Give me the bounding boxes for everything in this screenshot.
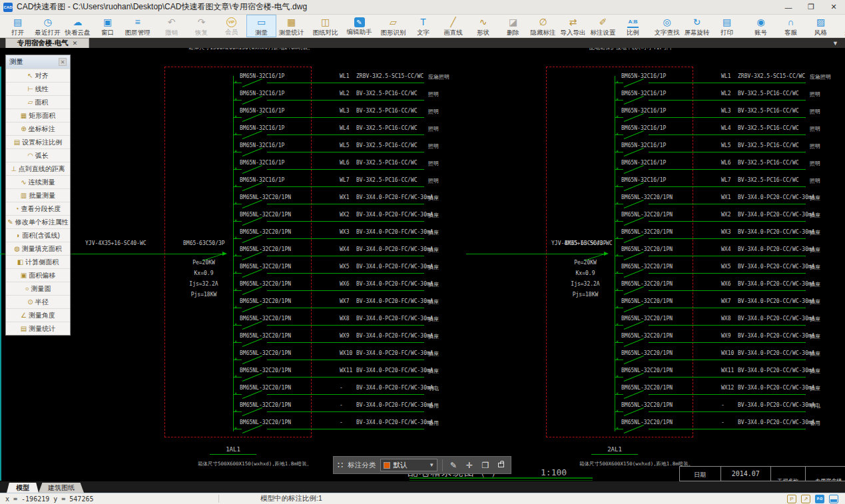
toolbar-button-cloud[interactable]: ☁快看云盘 xyxy=(63,15,93,37)
measure-item-linear-measure[interactable]: ⊢线性 xyxy=(6,82,70,95)
toolbar-button-account[interactable]: ◉账号 xyxy=(746,15,776,37)
restore-button[interactable]: ❐ xyxy=(800,0,822,15)
switch-x-mark: × xyxy=(234,391,237,396)
toolbar-button-annotation-settings[interactable]: ✐标注设置 xyxy=(588,15,618,37)
measure-item-annotation-scale[interactable]: ▤设置标注比例 xyxy=(6,135,70,148)
toolbar-button-label: 快看云盘 xyxy=(65,29,91,37)
chevron-down-icon[interactable]: ▼ xyxy=(832,40,838,47)
area-icon: ▱ xyxy=(28,99,33,106)
annotation-class-dropdown[interactable]: 默认 ▼ xyxy=(380,459,437,471)
pdf-tool-icon[interactable]: P xyxy=(787,495,796,503)
measure-button[interactable]: ▭测量 xyxy=(246,15,276,37)
toolbar-button-text[interactable]: T文字 xyxy=(408,15,438,37)
measure-item-side-area[interactable]: ◧计算侧面积 xyxy=(6,255,70,268)
toolbar-button-recent-clock[interactable]: ◷最近打开 xyxy=(33,15,63,37)
measure-panel-header[interactable]: 测量 ✕ xyxy=(6,55,70,69)
row-load-label: 照明 xyxy=(810,177,820,184)
row-circuit-id: WX10 xyxy=(340,350,352,356)
toolbar-button-print[interactable]: ▤打印 xyxy=(712,15,742,37)
document-tab[interactable]: 专用宿舍楼-电气 ✕ xyxy=(5,38,89,48)
switch-x-mark: × xyxy=(616,356,619,362)
toolbar-button-about[interactable]: ⓘ关于 xyxy=(836,15,845,37)
tab-close-icon[interactable]: ✕ xyxy=(73,40,78,47)
measure-item-rect-area[interactable]: ▦矩形面积 xyxy=(6,109,70,122)
switch-x-mark: × xyxy=(616,166,619,171)
row-load-label: 备用 xyxy=(428,419,439,427)
row-load-label: 插座 xyxy=(810,212,820,219)
pd-convert-icon[interactable]: P-D xyxy=(815,495,824,503)
toolbar-button-hide-annotation[interactable]: ∅隐藏标注 xyxy=(528,15,558,37)
copy-annotation-icon[interactable]: ❐ xyxy=(479,461,491,470)
row-load-label: 照明 xyxy=(810,108,820,115)
area-with-arc-icon: ◗ xyxy=(16,232,20,239)
measure-item-coordinate-annotation[interactable]: ⊕坐标标注 xyxy=(6,122,70,135)
toolbar-button-draw-line[interactable]: ╱画直线 xyxy=(438,15,468,37)
toolbar-button-open-folder[interactable]: ▤打开 xyxy=(3,15,33,37)
toolbar-button-shapes[interactable]: ∿形状 xyxy=(468,15,498,37)
close-icon[interactable]: ✕ xyxy=(59,58,67,66)
toolbar-button-scale[interactable]: A:B比例 xyxy=(618,15,648,37)
toolbar-button-redo[interactable]: ↷恢复 xyxy=(186,15,216,37)
lock-annotation-icon[interactable] xyxy=(498,463,504,467)
measure-item-continuous-measure[interactable]: ∿连续测量 xyxy=(6,175,70,188)
measure-item-align-measure[interactable]: ↖对齐 xyxy=(6,69,70,82)
toolbar-button-import-export[interactable]: ⇄导入导出 xyxy=(558,15,588,37)
measure-item-fill-area[interactable]: ◍测量填充面积 xyxy=(6,242,70,255)
switch-x-mark: × xyxy=(616,304,619,310)
breaker-param: Ijs=32.2A xyxy=(168,279,240,290)
toolbar-button-style[interactable]: ▨风格 xyxy=(806,15,836,37)
measure-item-edit-annotation[interactable]: ✎修改单个标注属性 xyxy=(6,215,70,228)
close-button[interactable]: ✕ xyxy=(822,0,845,15)
scale-icon: A:B xyxy=(627,17,638,28)
toolbar-button-window[interactable]: ▣窗口 xyxy=(93,15,123,37)
toolbar-button-undo[interactable]: ↶撤销 xyxy=(156,15,186,37)
toolbar-button-support-headset[interactable]: ∩客服 xyxy=(776,15,806,37)
grid-icon[interactable]: ∷ xyxy=(338,460,343,470)
switch-x-mark: × xyxy=(616,183,619,188)
measure-item-point-to-line[interactable]: ⊥点到直线的距离 xyxy=(6,162,70,175)
title-block-table: 日期 2014.07 工程名称 专用宿舍楼 xyxy=(679,466,845,481)
row-breaker-label: BM65NL-32C20/1PN xyxy=(240,419,291,425)
measure-item-batch-measure[interactable]: ▥批量测量 xyxy=(6,188,70,202)
radius-icon: ⊙ xyxy=(27,298,33,306)
measure-item-area-offset[interactable]: ▣面积偏移 xyxy=(6,268,70,282)
export-share-icon[interactable]: ↗ xyxy=(801,495,810,503)
toolbar-button-vip[interactable]: VIP会员 xyxy=(216,15,246,37)
switch-x-mark: × xyxy=(616,374,619,379)
measure-item-measure-angle[interactable]: ∠测量角度 xyxy=(6,308,70,322)
layout-tab-sheet[interactable]: 建筑图纸 xyxy=(39,483,84,493)
drawing-canvas[interactable]: 箱体尺寸1300X200X130(wxhxd),距地2.0m明装。 配电箱保护接… xyxy=(0,48,845,481)
toolbar-button-screen-rotate[interactable]: ↻屏幕旋转 xyxy=(682,15,712,37)
row-circuit-id: WX10 xyxy=(721,350,734,356)
toolbar-button-edit-assistant[interactable]: ✎编辑助手 xyxy=(344,15,374,37)
row-breaker-label: BM65NL-32C20/1PN xyxy=(240,281,291,287)
row-cable-spec: BV-3X2.5-PC16-CC/WC xyxy=(738,91,799,97)
measure-item-segment-length[interactable]: ◔查看分段长度 xyxy=(6,202,70,215)
switch-x-mark: × xyxy=(616,200,619,206)
measure-item-radius[interactable]: ⊙半径 xyxy=(6,295,70,308)
switch-x-mark: × xyxy=(616,339,619,344)
move-annotation-icon[interactable]: ✛ xyxy=(463,461,475,470)
chevron-down-icon: ▼ xyxy=(429,462,434,468)
minimize-button[interactable]: — xyxy=(777,0,800,15)
toolbar-button-eraser[interactable]: ◪删除 xyxy=(498,15,528,37)
toolbar-button-text-search[interactable]: ◎文字查找 xyxy=(652,15,682,37)
row-circuit-id: WX4 xyxy=(721,246,730,252)
measure-item-measure-stats[interactable]: ▤测量统计 xyxy=(6,322,70,335)
toolbar-button-layers[interactable]: ≡图层管理 xyxy=(123,15,152,37)
measure-item-arc-length[interactable]: ◠弧长 xyxy=(6,148,70,162)
layout-tab-model[interactable]: 模型 xyxy=(7,483,39,493)
toolbar-button-measure-stats[interactable]: ▦测量统计 xyxy=(276,15,306,37)
toolbar-button-compare[interactable]: ◫图纸对比 xyxy=(310,15,340,37)
row-circuit-id: - xyxy=(721,419,724,425)
row-breaker-label: BM65NL-32C20/1PN xyxy=(621,194,673,200)
measure-item-area-with-arc[interactable]: ◗面积(含弧线) xyxy=(6,228,70,242)
toolbar-button-shape-recognize[interactable]: ▱图形识别 xyxy=(378,15,408,37)
switch-x-mark: × xyxy=(234,166,237,171)
row-cable-spec: BV-3X4.0-PC20-CC/WC-30mA xyxy=(738,402,815,408)
panel-toggle-icon[interactable] xyxy=(829,495,838,503)
edit-annotation-icon[interactable]: ✎ xyxy=(447,461,459,470)
measure-item-area[interactable]: ▱面积 xyxy=(6,95,70,109)
measure-item-measure-circle[interactable]: ○测量圆 xyxy=(6,282,70,295)
switch-x-mark: × xyxy=(616,218,619,223)
